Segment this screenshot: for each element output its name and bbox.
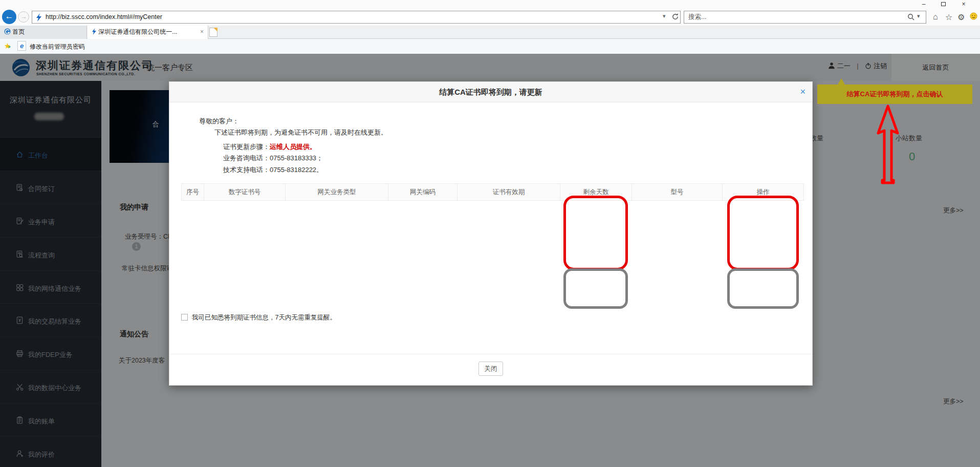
maximize-icon: [941, 2, 946, 6]
window-close-button[interactable]: ×: [956, 1, 971, 8]
browser-chrome: – × ← → http://biz.sscc.com/index.html#/…: [0, 0, 980, 54]
settings-gear-icon[interactable]: ⚙: [957, 12, 965, 22]
modal-close-button[interactable]: 关闭: [478, 362, 503, 376]
favorites-star-icon[interactable]: ☆: [945, 12, 952, 22]
modal-header: 结算CA证书即将到期，请更新 ×: [169, 82, 812, 102]
cert-table: 序号数字证书号网关业务类型网关编码证书有效期剩余天数型号操作: [181, 183, 804, 201]
url-dropdown-icon[interactable]: ▾: [663, 13, 666, 19]
modal-intro: 下述证书即将到期，为避免证书不可用，请及时在线更新。: [214, 128, 387, 137]
annotation-red-box-days: [563, 196, 628, 270]
favorites-bar: ★ e 修改当前管理员密码: [0, 39, 980, 54]
url-input[interactable]: http://biz.sscc.com/index.html#/myCenter: [32, 11, 681, 24]
step-red-text: 运维人员提供。: [270, 143, 316, 151]
tab-close-icon[interactable]: ×: [200, 26, 204, 38]
cert-table-header: 操作: [723, 184, 804, 201]
modal-title: 结算CA证书即将到期，请更新: [169, 82, 812, 102]
step-label: 证书更新步骤：: [223, 143, 270, 151]
cert-table-header: 网关业务类型: [286, 184, 388, 201]
modal-footer: 关闭: [169, 354, 812, 386]
acknowledge-checkbox[interactable]: [181, 314, 188, 321]
tab-bar: 首页 深圳证券通信有限公司统一... ×: [0, 26, 980, 39]
cert-table-header: 型号: [632, 184, 723, 201]
cert-table-header: 数字证书号: [204, 184, 286, 201]
search-icon[interactable]: [907, 13, 914, 23]
annotation-gray-box-actions: [727, 268, 799, 309]
annotation-red-box-actions: [727, 196, 799, 270]
cert-table-header: 序号: [182, 184, 204, 201]
window-maximize-button[interactable]: [935, 1, 951, 8]
annotation-arrow-up: [876, 104, 900, 186]
cert-table-header: 剩余天数: [560, 184, 632, 201]
cert-table-header-row: 序号数字证书号网关业务类型网关编码证书有效期剩余天数型号操作: [182, 184, 804, 201]
new-tab-button[interactable]: [209, 28, 217, 37]
bookmark-ie-icon: e: [17, 41, 26, 51]
tab-home-favicon: [4, 28, 11, 35]
cert-table-header: 网关编码: [388, 184, 458, 201]
favorites-bar-star-icon[interactable]: ★: [4, 41, 11, 51]
ca-expiry-notification[interactable]: 结算CA证书即将到期，点击确认: [817, 84, 972, 104]
site-favicon-bolt-icon: [36, 13, 42, 26]
tab-home-label: 首页: [12, 28, 25, 35]
tab-home[interactable]: 首页: [0, 26, 87, 39]
url-text: http://biz.sscc.com/index.html#/myCenter: [46, 13, 162, 20]
back-button[interactable]: ←: [2, 10, 16, 24]
search-dropdown-icon[interactable]: ▾: [917, 13, 920, 19]
forward-button[interactable]: →: [18, 11, 29, 23]
feedback-smiley-icon[interactable]: [970, 12, 977, 22]
bookmark-link[interactable]: 修改当前管理员密码: [30, 43, 85, 51]
window-titlebar: – ×: [0, 0, 980, 9]
search-placeholder: 搜索...: [688, 13, 706, 20]
tab-active[interactable]: 深圳证券通信有限公司统一... ×: [88, 26, 208, 39]
tab-active-favicon-bolt-icon: [92, 28, 97, 35]
cert-table-header: 证书有效期: [458, 184, 560, 201]
ca-expiry-modal: 结算CA证书即将到期，请更新 × 尊敬的客户： 下述证书即将到期，为避免证书不可…: [169, 81, 813, 386]
window-minimize-button[interactable]: –: [916, 1, 931, 8]
search-input[interactable]: 搜索...: [684, 11, 926, 24]
annotation-gray-box-days: [563, 268, 628, 309]
modal-phone1: 业务咨询电话：0755-83183333；: [223, 154, 323, 163]
tab-active-label: 深圳证券通信有限公司统一...: [98, 28, 177, 35]
modal-phone2: 技术支持电话：0755-83182222。: [223, 165, 323, 175]
modal-step-line: 证书更新步骤：运维人员提供。: [223, 142, 316, 152]
acknowledge-label: 我司已知悉将到期证书信息，7天内无需重复提醒。: [192, 313, 336, 322]
navigation-bar: ← → http://biz.sscc.com/index.html#/myCe…: [0, 9, 980, 26]
modal-greeting: 尊敬的客户：: [199, 117, 239, 126]
home-toolbar-icon[interactable]: ⌂: [933, 12, 938, 22]
refresh-icon[interactable]: [671, 13, 679, 23]
modal-close-icon[interactable]: ×: [800, 87, 805, 97]
